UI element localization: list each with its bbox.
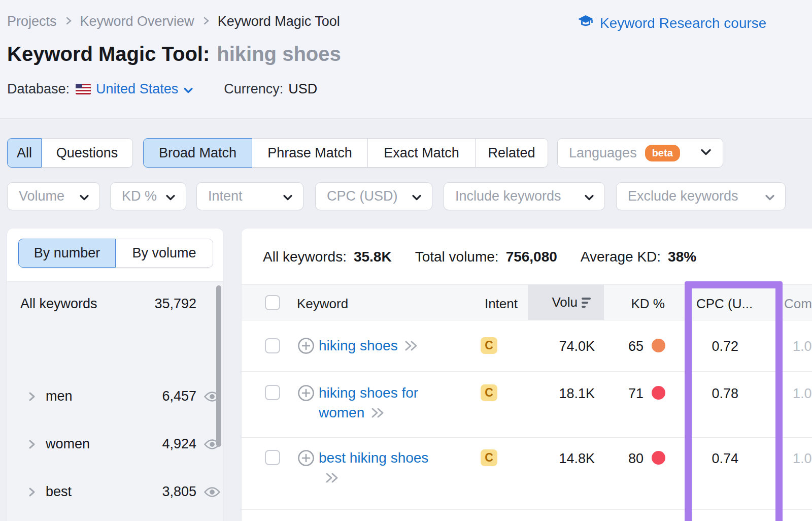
- sort-descending-icon: [582, 298, 591, 308]
- total-volume-label: Total volume:: [415, 249, 499, 265]
- match-type-tabs: Broad Match Phrase Match Exact Match Rel…: [143, 138, 548, 168]
- cpc-filter-dropdown[interactable]: CPC (USD): [315, 182, 432, 210]
- cpc-value: 0.72: [668, 339, 738, 354]
- column-header-cpc[interactable]: CPC (U...: [696, 296, 753, 312]
- intent-filter-dropdown[interactable]: Intent: [196, 182, 303, 210]
- kd-filter-label: KD %: [122, 188, 157, 204]
- kd-filter-dropdown[interactable]: KD %: [110, 182, 186, 210]
- group-row-women[interactable]: women 4,924: [7, 430, 223, 459]
- languages-label: Languages: [569, 145, 637, 161]
- competition-value: 1.00: [793, 386, 812, 402]
- table-row: best hiking shoes C 14.8K 80 0.74 1.00: [242, 438, 812, 509]
- breadcrumb-keyword-overview[interactable]: Keyword Overview: [80, 14, 194, 29]
- currency-value: USD: [288, 81, 317, 97]
- database-row: Database: United States Currency: USD: [7, 81, 317, 97]
- tab-broad-match[interactable]: Broad Match: [143, 138, 252, 168]
- row-checkbox[interactable]: [265, 385, 280, 400]
- expand-chevron-icon[interactable]: [27, 439, 37, 452]
- chevron-right-icon: [65, 14, 72, 29]
- page-title-label: Keyword Magic Tool:: [7, 43, 210, 66]
- volume-value: 74.0K: [528, 339, 595, 354]
- keyword-groups-list: All keywords 35,792 men 6,457 women 4,92…: [7, 282, 223, 521]
- select-all-checkbox[interactable]: [265, 295, 280, 310]
- kd-level-dot: [652, 451, 665, 465]
- volume-value: 14.8K: [528, 451, 595, 467]
- open-keyword-icon[interactable]: [369, 404, 386, 424]
- chevron-right-icon: [202, 14, 210, 29]
- all-keywords-label: All keywords: [20, 296, 97, 312]
- tab-questions[interactable]: Questions: [42, 138, 133, 168]
- keyword-link[interactable]: hiking shoes for women: [319, 383, 443, 424]
- competition-value: 1.00: [793, 339, 812, 354]
- keyword-text: hiking shoes: [319, 338, 398, 353]
- toggle-by-number[interactable]: By number: [18, 239, 116, 268]
- sidebar-scrollbar[interactable]: [216, 285, 221, 447]
- cpc-filter-label: CPC (USD): [327, 188, 398, 204]
- exclude-keywords-dropdown[interactable]: Exclude keywords: [616, 182, 786, 210]
- group-count: 3,805: [119, 484, 196, 500]
- column-header-volume[interactable]: Volu: [538, 295, 591, 310]
- column-header-keyword[interactable]: Keyword: [297, 296, 348, 312]
- add-to-list-icon[interactable]: [297, 449, 315, 469]
- keyword-text: hiking shoes for women: [319, 385, 418, 420]
- cpc-value: 0.78: [668, 386, 738, 402]
- currency-label: Currency:: [224, 81, 283, 97]
- average-kd-label: Average KD:: [581, 249, 661, 265]
- all-keywords-count: 35,792: [119, 296, 196, 312]
- group-row-best[interactable]: best 3,805: [7, 478, 223, 506]
- scope-tabs: All Questions: [7, 138, 133, 168]
- column-header-intent[interactable]: Intent: [477, 296, 518, 312]
- tab-phrase-match[interactable]: Phrase Match: [252, 138, 368, 168]
- group-label: women: [46, 436, 90, 452]
- us-flag-icon: [76, 84, 91, 94]
- breadcrumb-projects[interactable]: Projects: [7, 14, 57, 29]
- all-keywords-summary-label: All keywords:: [263, 249, 347, 265]
- chevron-down-icon: [584, 188, 594, 204]
- chevron-down-icon: [412, 188, 422, 204]
- page-title: Keyword Magic Tool: hiking shoes: [7, 43, 341, 66]
- chevron-down-icon: [183, 81, 193, 97]
- tab-all[interactable]: All: [7, 138, 42, 168]
- database-selector[interactable]: United States: [76, 81, 193, 97]
- keyword-link[interactable]: best hiking shoes: [319, 448, 439, 489]
- tab-related[interactable]: Related: [476, 138, 548, 168]
- expand-chevron-icon[interactable]: [27, 391, 37, 404]
- open-keyword-icon[interactable]: [403, 337, 419, 356]
- page-title-query: hiking shoes: [217, 43, 341, 66]
- group-row-men[interactable]: men 6,457: [7, 382, 223, 411]
- table-row: hiking shoes C 74.0K 65 0.72 1.00: [242, 320, 812, 371]
- kd-value: 65: [615, 339, 644, 354]
- include-keywords-label: Include keywords: [455, 188, 561, 204]
- column-header-com[interactable]: Com: [784, 296, 812, 312]
- chevron-down-icon: [765, 188, 775, 204]
- tab-exact-match[interactable]: Exact Match: [368, 138, 476, 168]
- cpc-value: 0.74: [668, 451, 738, 467]
- add-to-list-icon[interactable]: [297, 337, 315, 356]
- expand-chevron-icon[interactable]: [27, 486, 37, 500]
- chevron-down-icon: [283, 188, 293, 204]
- keyword-link[interactable]: hiking shoes: [319, 336, 443, 356]
- eye-icon[interactable]: [204, 486, 221, 500]
- database-label: Database:: [7, 81, 70, 97]
- intent-badge-commercial: C: [481, 337, 497, 354]
- table-row: hiking shoes for women C 18.1K 71 0.78 1…: [242, 372, 812, 437]
- keyword-research-course-link[interactable]: Keyword Research course: [577, 12, 812, 34]
- row-checkbox[interactable]: [265, 450, 280, 465]
- include-keywords-dropdown[interactable]: Include keywords: [444, 182, 605, 210]
- all-keywords-row[interactable]: All keywords 35,792: [7, 290, 223, 318]
- exclude-keywords-label: Exclude keywords: [628, 188, 738, 204]
- volume-header-label: Volu: [552, 295, 578, 310]
- table-summary: All keywords: 35.8K Total volume: 756,08…: [263, 243, 696, 271]
- toggle-by-volume[interactable]: By volume: [116, 239, 213, 268]
- keywords-table-panel: All keywords: 35.8K Total volume: 756,08…: [242, 229, 812, 521]
- open-keyword-icon[interactable]: [324, 469, 340, 489]
- languages-dropdown[interactable]: Languages beta: [557, 138, 723, 168]
- intent-badge-commercial: C: [481, 449, 497, 466]
- column-header-kd[interactable]: KD %: [624, 296, 665, 312]
- group-label: best: [46, 484, 72, 500]
- kd-level-dot: [652, 339, 665, 352]
- add-to-list-icon[interactable]: [297, 384, 315, 404]
- row-checkbox[interactable]: [265, 338, 280, 353]
- volume-filter-dropdown[interactable]: Volume: [7, 182, 100, 210]
- competition-value: 1.00: [793, 451, 812, 467]
